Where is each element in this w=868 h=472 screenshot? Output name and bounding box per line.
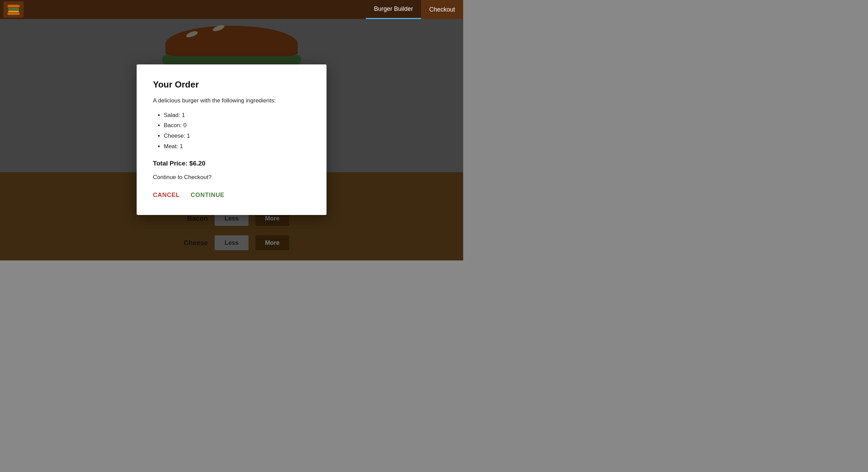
svg-rect-1 bbox=[8, 8, 19, 10]
modal-description: A delicious burger with the following in… bbox=[153, 97, 310, 104]
nav-checkout[interactable]: Checkout bbox=[421, 0, 463, 19]
checkout-question: Continue to Checkout? bbox=[153, 174, 310, 181]
total-price: Total Price: $6.20 bbox=[153, 160, 310, 167]
main-area: Bacon Less More Cheese Less More Your Or… bbox=[0, 19, 463, 260]
svg-rect-3 bbox=[7, 13, 20, 15]
cancel-button[interactable]: CANCEL bbox=[153, 192, 180, 199]
list-item: Meat: 1 bbox=[164, 141, 310, 152]
continue-button[interactable]: CONTINUE bbox=[191, 192, 224, 199]
list-item: Bacon: 0 bbox=[164, 120, 310, 131]
nav-burger-builder[interactable]: Burger Builder bbox=[366, 0, 421, 19]
list-item: Salad: 1 bbox=[164, 110, 310, 121]
ingredients-list: Salad: 1 Bacon: 0 Cheese: 1 Meat: 1 bbox=[153, 110, 310, 152]
logo bbox=[3, 1, 24, 18]
modal-actions: CANCEL CONTINUE bbox=[153, 192, 310, 199]
svg-rect-2 bbox=[8, 11, 19, 12]
list-item: Cheese: 1 bbox=[164, 131, 310, 141]
modal-overlay: Your Order A delicious burger with the f… bbox=[0, 19, 463, 260]
navbar-links: Burger Builder Checkout bbox=[366, 0, 463, 19]
order-modal: Your Order A delicious burger with the f… bbox=[137, 64, 327, 215]
svg-rect-0 bbox=[7, 5, 20, 7]
navbar: Burger Builder Checkout bbox=[0, 0, 463, 19]
modal-title: Your Order bbox=[153, 79, 310, 90]
